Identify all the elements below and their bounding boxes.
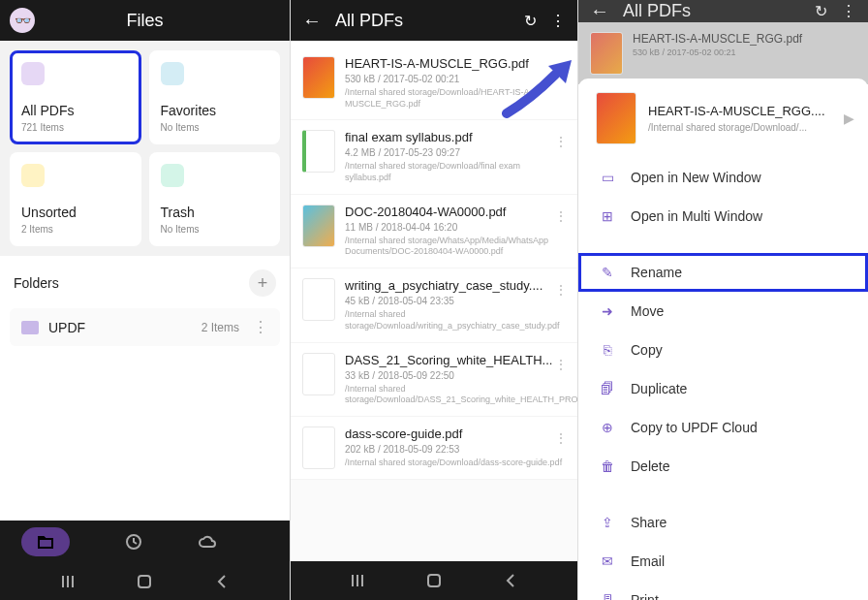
- file-menu-icon[interactable]: ⋮: [554, 60, 568, 76]
- file-thumb: [302, 278, 335, 321]
- file-menu-icon[interactable]: ⋮: [554, 208, 568, 224]
- copy-icon: ⎘: [600, 342, 615, 358]
- refresh-icon[interactable]: ↻: [815, 2, 827, 20]
- cloud-icon[interactable]: [198, 532, 217, 552]
- menu-label: Duplicate: [631, 381, 687, 396]
- card-icon: [21, 62, 45, 85]
- menu-duplicate[interactable]: 🗐 Duplicate: [578, 369, 868, 408]
- home-button[interactable]: [135, 572, 154, 591]
- menu-open-in-multi-window[interactable]: ⊞ Open in Multi Window: [578, 197, 868, 236]
- file-path: /Internal shared storage/Download/DASS_2…: [345, 384, 566, 406]
- all-pdfs-panel: ← All PDFs ↻ ⋮ HEART-IS-A-MUSCLE_RGG.pdf…: [291, 0, 578, 600]
- recents-button[interactable]: [58, 572, 78, 591]
- file-item[interactable]: dass-score-guide.pdf 202 kB / 2018-05-09…: [291, 417, 577, 480]
- context-menu-panel: ← All PDFs ↻ ⋮ HEART-IS-A-MUSCLE_RGG.pdf…: [578, 0, 868, 600]
- file-name: DOC-20180404-WA0000.pdf: [345, 205, 566, 219]
- file-thumb: [302, 353, 335, 395]
- file-menu-icon[interactable]: ⋮: [554, 430, 568, 446]
- menu-label: Print: [631, 592, 659, 600]
- file-item[interactable]: HEART-IS-A-MUSCLE_RGG.pdf 530 kB / 2017-…: [291, 47, 577, 120]
- folders-header: Folders +: [0, 256, 290, 304]
- menu-open-in-new-window[interactable]: ▭ Open in New Window: [578, 158, 868, 197]
- card-title: Trash: [161, 205, 269, 220]
- file-item[interactable]: writing_a_psychiatry_case_study.... 45 k…: [291, 268, 577, 342]
- menu-delete[interactable]: 🗑 Delete: [578, 447, 868, 486]
- menu-label: Open in New Window: [631, 170, 761, 185]
- file-path: /Internal shared storage/WhatsApp/Media/…: [345, 236, 566, 258]
- back-icon[interactable]: ←: [590, 0, 609, 22]
- move-icon: ➜: [600, 303, 615, 319]
- card-title: Unsorted: [21, 205, 130, 220]
- file-meta: 4.2 MB / 2017-05-23 09:27: [345, 147, 566, 158]
- menu-icon[interactable]: ⋮: [550, 12, 566, 30]
- card-title: All PDFs: [21, 103, 130, 118]
- category-card-trash[interactable]: Trash No Items: [149, 152, 281, 246]
- card-icon: [21, 164, 45, 187]
- menu-move[interactable]: ➜ Move: [578, 292, 868, 331]
- menu-copy-to-updf-cloud[interactable]: ⊕ Copy to UPDF Cloud: [578, 408, 868, 447]
- category-card-all-pdfs[interactable]: All PDFs 721 Items: [10, 50, 141, 144]
- chevron-right-icon: ▶: [844, 111, 854, 126]
- menu-email[interactable]: ✉ Email: [578, 542, 868, 581]
- file-path: /Internal shared storage/Download/final …: [345, 161, 566, 183]
- app-bar: [0, 521, 290, 563]
- menu-label: Open in Multi Window: [631, 208, 762, 224]
- menu-share[interactable]: ⇪ Share: [578, 503, 868, 542]
- file-meta: 202 kB / 2018-05-09 22:53: [345, 444, 566, 455]
- menu-copy[interactable]: ⎘ Copy: [578, 331, 868, 369]
- folder-nav-icon: [38, 535, 53, 549]
- card-title: Favorites: [161, 103, 269, 118]
- add-folder-button[interactable]: +: [249, 269, 276, 297]
- header-bar: ← All PDFs ↻ ⋮: [291, 0, 577, 41]
- nav-buttons: [291, 561, 577, 600]
- category-card-unsorted[interactable]: Unsorted 2 Items: [10, 152, 141, 246]
- multiwindow-icon: ⊞: [600, 208, 615, 224]
- menu-rename[interactable]: ✎ Rename: [578, 253, 868, 292]
- selected-file-path: /Internal shared storage/Download/...: [648, 122, 832, 133]
- folder-menu-icon[interactable]: ⋮: [253, 318, 268, 336]
- folder-row[interactable]: UPDF 2 Items ⋮: [10, 308, 280, 346]
- menu-label: Copy to UPDF Cloud: [631, 420, 758, 435]
- selected-file-header[interactable]: HEART-IS-A-MUSCLE_RGG.... /Internal shar…: [578, 79, 868, 158]
- card-subtitle: No Items: [161, 122, 269, 133]
- dimmed-file: HEART-IS-A-MUSCLE_RGG.pdf 530 kB / 2017-…: [578, 22, 868, 84]
- window-icon: ▭: [600, 170, 615, 185]
- recent-icon[interactable]: [124, 532, 143, 552]
- cloud-icon: ⊕: [600, 420, 615, 435]
- file-thumb: [302, 56, 335, 99]
- file-item[interactable]: DOC-20180404-WA0000.pdf 11 MB / 2018-04-…: [291, 195, 577, 268]
- back-button[interactable]: [501, 571, 520, 590]
- file-name: HEART-IS-A-MUSCLE_RGG.pdf: [345, 56, 566, 71]
- header-title: All PDFs: [335, 11, 511, 31]
- header-bar: ← All PDFs ↻ ⋮: [578, 0, 868, 22]
- home-button[interactable]: [424, 571, 444, 590]
- file-path: /Internal shared storage/Download/writin…: [345, 309, 566, 332]
- file-item[interactable]: DASS_21_Scoring_white_HEALTH... 33 kB / …: [291, 343, 577, 417]
- menu-label: Delete: [631, 458, 669, 474]
- menu-icon[interactable]: ⋮: [841, 2, 856, 20]
- rename-icon: ✎: [600, 265, 615, 280]
- file-meta: 33 kB / 2018-05-09 22:50: [345, 370, 566, 381]
- selected-file-name: HEART-IS-A-MUSCLE_RGG....: [648, 104, 832, 118]
- files-panel: 👓 Files All PDFs 721 Items Favorites No …: [0, 0, 291, 600]
- folder-name: UPDF: [48, 320, 192, 335]
- back-icon[interactable]: ←: [302, 10, 322, 32]
- category-card-favorites[interactable]: Favorites No Items: [149, 50, 281, 144]
- file-menu-icon[interactable]: ⋮: [554, 282, 568, 298]
- refresh-icon[interactable]: ↻: [524, 12, 537, 30]
- menu-print[interactable]: 🖶 Print: [578, 581, 868, 600]
- file-name: writing_a_psychiatry_case_study....: [345, 278, 566, 293]
- recents-button[interactable]: [348, 571, 367, 590]
- file-meta: 530 kB / 2017-05-02 00:21: [345, 74, 566, 84]
- card-subtitle: 721 Items: [21, 122, 130, 133]
- file-name: DASS_21_Scoring_white_HEALTH...: [345, 353, 566, 367]
- file-menu-icon[interactable]: ⋮: [554, 134, 568, 149]
- files-tab[interactable]: [21, 527, 70, 556]
- back-button[interactable]: [212, 572, 232, 591]
- file-meta: 530 kB / 2017-05-02 00:21: [633, 47, 856, 57]
- menu-label: Share: [631, 515, 666, 530]
- file-item[interactable]: final exam syllabus.pdf 4.2 MB / 2017-05…: [291, 120, 577, 194]
- file-menu-icon[interactable]: ⋮: [554, 357, 568, 372]
- file-path: /Internal shared storage/Download/dass-s…: [345, 458, 566, 469]
- file-path: /Internal shared storage/Download/HEART-…: [345, 87, 566, 110]
